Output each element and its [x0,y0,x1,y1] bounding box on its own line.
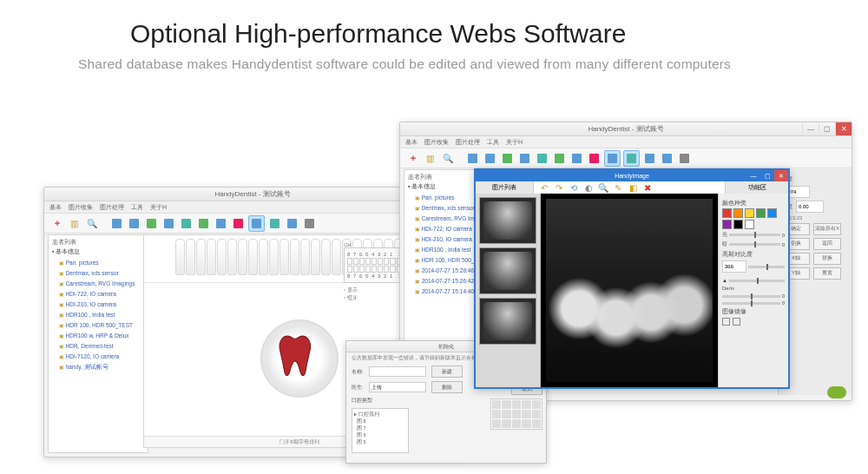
invert-icon[interactable]: ◐ [583,182,594,193]
tree-item[interactable]: HDI-722, IO camera [59,289,144,300]
minimize-button[interactable]: — [746,170,760,181]
search-icon[interactable]: 🔍 [440,151,455,166]
tool-icon[interactable] [196,216,211,231]
layout-grid[interactable] [490,398,542,430]
thumbnail[interactable] [479,298,536,345]
series-tree[interactable]: ▸ 口腔系列 图 8 图 7 图 6 图 5 [352,408,409,453]
color-icon[interactable]: ◧ [628,182,638,193]
menu-item[interactable]: 图片收集 [424,138,449,147]
tool-icon[interactable] [465,151,480,166]
tool-icon[interactable] [569,151,584,166]
delete-icon[interactable]: ✖ [642,182,653,193]
minimize-button[interactable]: — [802,122,819,135]
tree-item[interactable]: handy, 测试帐号 [59,362,144,372]
tool-icon[interactable] [144,216,159,231]
maximize-button[interactable]: ▢ [819,122,835,135]
menu-item[interactable]: 图片收集 [69,203,93,212]
ok-pill-button[interactable] [827,386,846,398]
xray-view[interactable] [541,194,718,387]
tool-icon[interactable] [285,216,299,231]
thumbnail[interactable] [479,247,536,294]
reset-button[interactable]: 重置 [813,267,841,280]
pencil-icon[interactable]: ✎ [613,182,623,193]
tree-item[interactable]: HDR, Denmed-test [59,341,144,352]
rotate-left-icon[interactable]: ↶ [539,182,549,193]
deriv-x-slider[interactable] [722,295,780,298]
menu-item[interactable]: 工具 [487,138,499,147]
tool-icon[interactable] [109,216,124,231]
tool-icon[interactable] [231,216,246,231]
mirror-y-checkbox[interactable] [733,318,740,326]
folder-icon[interactable]: ▥ [67,216,82,231]
replace-button[interactable]: 替换 [813,253,841,265]
zoom-icon[interactable]: 🔍 [598,182,608,193]
tool-icon[interactable] [161,216,176,231]
add-icon[interactable]: ＋ [405,151,420,166]
menu-item[interactable]: 图片处理 [456,138,480,147]
tool-icon[interactable] [179,216,194,231]
menu-item[interactable]: 基本 [405,138,418,147]
menu-item[interactable]: 图片处理 [100,203,124,212]
contrast-slider[interactable] [729,243,780,246]
sharpen-slider[interactable] [729,280,785,282]
tool-icon[interactable] [623,150,640,167]
tree-item[interactable]: Pan. pictures [59,258,144,268]
gauss-input[interactable] [722,260,746,273]
gauss-label: 高斯对比度 [722,251,785,259]
back-button[interactable]: 返回 [813,238,841,250]
brightness-slider[interactable] [729,234,780,236]
thumbnail[interactable] [479,197,536,244]
tool-icon[interactable] [248,215,265,232]
menu-item[interactable]: 关于H [150,203,167,212]
doctor-label: 医生: [352,384,364,392]
height-input[interactable] [796,201,824,213]
tool-icon[interactable] [604,150,621,167]
tool-icon[interactable] [127,216,141,231]
tool-icon[interactable] [517,151,532,166]
tree-item[interactable]: HDR 100, HDR 500_TEST [59,320,144,331]
menu-item[interactable]: 工具 [131,203,143,212]
tree-item[interactable]: HDI-7120, IO camera [59,352,144,362]
tree-item[interactable]: Carestream, RVG Imagings [59,279,144,289]
close-button[interactable]: ✕ [835,122,852,135]
tool-icon[interactable] [660,151,674,166]
delete-button[interactable]: 删除 [431,381,463,393]
menu-item[interactable]: 关于H [506,138,523,147]
new-button[interactable]: 新建 [431,365,463,378]
add-icon[interactable]: ＋ [49,216,64,231]
tool-icon[interactable] [552,151,567,166]
tool-icon[interactable] [642,151,657,166]
tree-header: 患者列表 [52,238,144,247]
gauss-slider[interactable] [748,266,785,268]
menu-bar: 基本 图片收集 图片处理 工具 关于H [400,136,852,148]
permanent-checkbox[interactable]: ▫ 恒牙 [344,295,358,300]
tree-item[interactable]: HDR100 , India test [59,310,144,320]
doctor-input[interactable] [369,382,426,392]
tree-item[interactable]: Dentmax, xds sensor [59,268,144,279]
maximize-button[interactable]: ▢ [760,170,774,181]
menu-item[interactable]: 基本 [49,203,62,212]
tool-icon[interactable] [267,216,282,231]
tool-icon[interactable] [483,151,497,166]
print-icon[interactable] [677,151,692,166]
search-icon[interactable]: 🔍 [84,216,99,231]
color-swatches[interactable] [722,208,785,229]
deriv-y-slider[interactable] [722,302,780,305]
name-input[interactable] [369,366,426,377]
rotate-right-icon[interactable]: ↷ [554,182,564,193]
tree-root[interactable]: 基本信息 [411,183,436,189]
clear-button[interactable]: 清除所有X [813,223,841,235]
tool-icon[interactable] [500,151,515,166]
folder-icon[interactable]: ▥ [423,151,437,166]
display-checkbox[interactable]: ▫ 显示 [344,287,358,293]
mirror-x-checkbox[interactable] [722,318,730,326]
tool-icon[interactable] [535,151,549,166]
tree-root[interactable]: 基本信息 [56,248,80,254]
tree-item[interactable]: HDR100 w, HRP & Delux [59,331,144,341]
undo-icon[interactable]: ⟲ [569,182,579,193]
close-button[interactable]: ✕ [774,170,788,181]
print-icon[interactable] [302,216,317,231]
tree-item[interactable]: HDI-210, IO camera [59,300,144,310]
tool-icon[interactable] [587,151,602,166]
tool-icon[interactable] [214,216,228,231]
